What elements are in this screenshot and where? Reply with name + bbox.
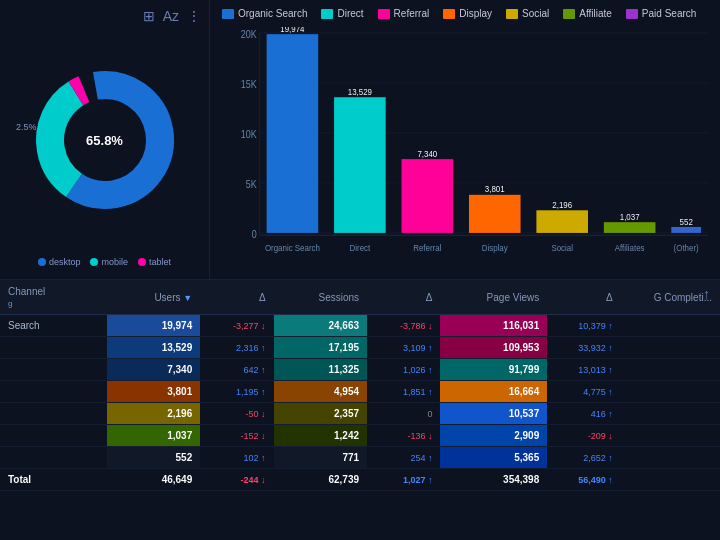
legend-paid: Paid Search — [626, 8, 696, 19]
legend-mobile: mobile — [90, 257, 128, 267]
bar-direct — [334, 97, 386, 233]
table-header-row: Channel g Users ▼ Δ Sessions Δ — [0, 280, 720, 315]
svg-text:1,037: 1,037 — [620, 211, 640, 222]
cell-sessions-delta: 254 ↑ — [367, 447, 440, 469]
cell-sessions-delta: -136 ↓ — [367, 425, 440, 447]
cell-channel — [0, 359, 107, 381]
cell-users: 13,529 — [107, 337, 200, 359]
channel-header-text: Channel — [8, 286, 45, 297]
cell-pageviews-delta: 4,775 ↑ — [547, 381, 620, 403]
scroll-up-btn[interactable]: ↑ — [703, 286, 710, 302]
cell-pageviews-delta: 2,652 ↑ — [547, 447, 620, 469]
legend-affiliate: Affiliate — [563, 8, 612, 19]
svg-text:15K: 15K — [241, 78, 257, 90]
cell-sessions: 4,954 — [274, 381, 367, 403]
svg-text:10K: 10K — [241, 128, 257, 140]
cell-users: 7,340 — [107, 359, 200, 381]
cell-goal — [621, 425, 720, 447]
cell-users: 552 — [107, 447, 200, 469]
cell-total-label: Total — [0, 469, 107, 491]
cell-pageviews: 2,909 — [440, 425, 547, 447]
col-users-delta-header: Δ — [200, 280, 273, 315]
legend-direct: Direct — [321, 8, 363, 19]
paid-label: Paid Search — [642, 8, 696, 19]
bar-display — [469, 195, 521, 233]
cell-sessions: 17,195 — [274, 337, 367, 359]
cell-goal — [621, 447, 720, 469]
col-sessions-header[interactable]: Sessions — [274, 280, 367, 315]
cell-pageviews-delta: 33,932 ↑ — [547, 337, 620, 359]
pageviews-delta-header-text: Δ — [606, 292, 613, 303]
affiliate-color — [563, 9, 575, 19]
cell-goal — [621, 315, 720, 337]
cell-pageviews: 16,664 — [440, 381, 547, 403]
cell-sessions: 771 — [274, 447, 367, 469]
bar-organic — [267, 34, 319, 233]
col-channel-header: Channel g — [0, 280, 107, 315]
cell-pageviews: 91,799 — [440, 359, 547, 381]
col-pageviews-delta-header: Δ — [547, 280, 620, 315]
organic-color — [222, 9, 234, 19]
chart-legend: Organic Search Direct Referral Display S… — [222, 8, 708, 19]
cell-total-pageviews: 354,398 — [440, 469, 547, 491]
svg-text:2,196: 2,196 — [552, 199, 572, 210]
display-label: Display — [459, 8, 492, 19]
tablet-label: tablet — [149, 257, 171, 267]
more-icon[interactable]: ⋮ — [187, 8, 201, 24]
sessions-delta-header-text: Δ — [426, 292, 433, 303]
cell-total-pageviews-delta: 56,490 ↑ — [547, 469, 620, 491]
cell-users-delta: 2,316 ↑ — [200, 337, 273, 359]
az-icon[interactable]: Az — [163, 8, 179, 24]
cell-users: 2,196 — [107, 403, 200, 425]
display-color — [443, 9, 455, 19]
svg-text:3,801: 3,801 — [485, 184, 505, 195]
cell-goal — [621, 381, 720, 403]
cell-users-delta: 1,195 ↑ — [200, 381, 273, 403]
desktop-dot — [38, 258, 46, 266]
right-panel: Organic Search Direct Referral Display S… — [210, 0, 720, 279]
desktop-label: desktop — [49, 257, 81, 267]
cell-total-sessions-delta: 1,027 ↑ — [367, 469, 440, 491]
col-users-header[interactable]: Users ▼ — [107, 280, 200, 315]
direct-label: Direct — [337, 8, 363, 19]
cell-sessions-delta: 3,109 ↑ — [367, 337, 440, 359]
cell-pageviews: 109,953 — [440, 337, 547, 359]
organic-label: Organic Search — [238, 8, 307, 19]
cell-total-sessions: 62,739 — [274, 469, 367, 491]
svg-text:Display: Display — [482, 242, 509, 253]
bar-affiliates — [604, 222, 656, 233]
cell-users-delta: -3,277 ↓ — [200, 315, 273, 337]
svg-text:Direct: Direct — [350, 242, 371, 253]
legend-referral: Referral — [378, 8, 430, 19]
table-row: 2,196 -50 ↓ 2,357 0 10,537 416 ↑ — [0, 403, 720, 425]
cell-sessions: 24,663 — [274, 315, 367, 337]
table-row: Search 19,974 -3,277 ↓ 24,663 -3,786 ↓ 1… — [0, 315, 720, 337]
cell-pageviews-delta: 416 ↑ — [547, 403, 620, 425]
svg-text:(Other): (Other) — [674, 242, 699, 253]
cell-pageviews-delta: 10,379 ↑ — [547, 315, 620, 337]
table-row: 3,801 1,195 ↑ 4,954 1,851 ↑ 16,664 4,775… — [0, 381, 720, 403]
svg-text:Affiliates: Affiliates — [615, 242, 645, 253]
svg-text:19,974: 19,974 — [280, 27, 304, 34]
bar-other — [671, 227, 701, 233]
referral-label: Referral — [394, 8, 430, 19]
legend-display: Display — [443, 8, 492, 19]
bar-social — [536, 210, 588, 233]
legend-desktop: desktop — [38, 257, 81, 267]
cell-channel — [0, 403, 107, 425]
svg-text:Social: Social — [551, 242, 573, 253]
cell-sessions: 2,357 — [274, 403, 367, 425]
channel-sub-text: g — [8, 299, 12, 308]
table-row: 552 102 ↑ 771 254 ↑ 5,365 2,652 ↑ — [0, 447, 720, 469]
cell-pageviews-delta: -209 ↓ — [547, 425, 620, 447]
dashboard: ⊞ Az ⋮ 65.8% 2.5% — [0, 0, 720, 540]
grid-icon[interactable]: ⊞ — [143, 8, 155, 24]
cell-sessions: 1,242 — [274, 425, 367, 447]
col-pageviews-header[interactable]: Page Views — [440, 280, 547, 315]
donut-side-label: 2.5% — [16, 122, 37, 132]
cell-pageviews: 5,365 — [440, 447, 547, 469]
cell-total-goal — [621, 469, 720, 491]
cell-total-users: 46,649 — [107, 469, 200, 491]
users-delta-header-text: Δ — [259, 292, 266, 303]
users-header-text: Users — [154, 292, 180, 303]
